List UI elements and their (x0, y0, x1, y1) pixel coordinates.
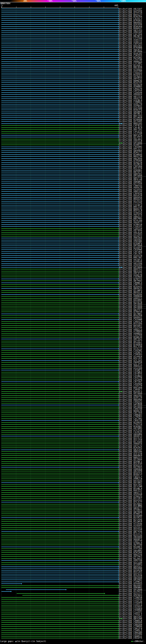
hit-row[interactable]: UniRef100_Q7NYY5 (1, 278, 146, 280)
hit-row[interactable]: UniRef100_A7FIY8 (1, 453, 146, 455)
hit-row[interactable]: UniRef100_B5Y2K7 (1, 497, 146, 500)
hit-row[interactable]: UniRef100_B2K9B7 (1, 426, 146, 428)
hit-row[interactable]: UniRef100_C5XTR9 (1, 334, 146, 336)
hit-row[interactable]: UniRef100_C5Q2W1 (1, 350, 146, 352)
hit-row[interactable]: UniRef100_A8GFB5 (1, 394, 146, 396)
hit-row[interactable]: UniRef100_A3QE78 (1, 274, 146, 276)
hit-row[interactable]: UniRef100_B3LLR1 (1, 358, 146, 360)
hit-row[interactable]: UniRef100_Q8D106 (1, 451, 146, 453)
hit-row[interactable]: UniRef100_A9KZB4 (1, 237, 146, 239)
hit-row[interactable]: UniRef100_Q6D0F5 (1, 538, 146, 540)
hit-row[interactable]: UniRef100_C5BXA3 (1, 72, 146, 74)
hit-row[interactable]: UniRef100_B5QYF5 (1, 472, 146, 474)
hit-row[interactable]: UniRef100_C8W1N9 (1, 632, 146, 634)
hit-row[interactable]: UniRef100_B7UGW9 (1, 515, 146, 517)
hit-row[interactable]: UniRef100_A9A477 (1, 222, 146, 224)
hit-row[interactable]: UniRef100_A7ZX46 (1, 523, 146, 525)
hit-row[interactable]: UniRef100_A7L165 (1, 360, 146, 362)
hit-row[interactable]: UniRef100_A9KLW3 (1, 31, 146, 33)
hit-row[interactable]: UniRef100_Q1CLH9 (1, 562, 146, 564)
hit-row[interactable]: UniRef100_A9L614 (1, 232, 146, 234)
hit-row[interactable]: UniRef100_B5R5Z1 (1, 464, 146, 466)
hit-row[interactable]: UniRef100_Q8Z4P8 (1, 470, 146, 472)
hit-row[interactable]: UniRef100_C4KQF7 (1, 388, 146, 391)
hit-row[interactable]: UniRef100_B5Q268 (1, 315, 146, 317)
hit-row[interactable]: UniRef100_A2PW42 (1, 105, 146, 107)
hit-row[interactable]: UniRef100_A6LQ63 (1, 138, 146, 140)
hit-row[interactable]: UniRef100_C4ZSC7 (1, 18, 146, 20)
hit-row[interactable]: UniRef100_A9DHX4 (1, 94, 146, 96)
hit-row[interactable]: UniRef100_A7FFX5 (1, 430, 146, 432)
hit-row[interactable]: UniRef100_UPI000... (1, 51, 146, 53)
hit-row[interactable]: UniRef100_B7UQD1 (1, 342, 146, 344)
hit-row[interactable]: UniRef100_A4TQM5 (1, 428, 146, 430)
hit-row[interactable]: UniRef100_C2QQK9 (1, 608, 146, 610)
hit-row[interactable]: UniRef100_Q3EP94 (1, 24, 146, 26)
hit-row[interactable]: UniRef100_B4A3B2 (1, 45, 146, 47)
hit-row[interactable]: UniRef100_B2V5N2 (1, 57, 146, 59)
hit-row[interactable]: UniRef100_B5FR56 (1, 462, 146, 464)
hit-row[interactable]: UniRef100_A7B514 (1, 212, 146, 214)
hit-row[interactable]: UniRef100_Q1Y344 (1, 183, 146, 185)
hit-row[interactable]: UniRef100_A1RK44 (1, 260, 146, 262)
hit-row[interactable]: UniRef100_B5L338 (1, 346, 146, 348)
hit-row[interactable]: UniRef100_B1JHS3 (1, 558, 146, 560)
hit-row[interactable]: UniRef100_A1ESQ0 (1, 107, 146, 109)
hit-row[interactable]: UniRef100_A9MXK0 (1, 468, 146, 470)
hit-row[interactable]: UniRef100_B8D8K9 (1, 454, 146, 457)
hit-row[interactable]: UniRef100_Q04LH8 (1, 179, 146, 181)
hit-row[interactable]: UniRef100_Q1ZHY2 (1, 590, 146, 592)
hit-row[interactable]: UniRef100_Q8ZC87 (1, 449, 146, 451)
hit-row[interactable]: UniRef100_B5C5T0 (1, 167, 146, 169)
hit-row[interactable]: UniRef100_B8CPB5 (1, 218, 146, 220)
hit-row[interactable]: UniRef100_B1XUE7 (1, 64, 146, 66)
hit-row[interactable]: UniRef100_C7YE85 (1, 610, 146, 612)
hit-row[interactable]: UniRef100_Q2GGX8 (1, 575, 146, 577)
hit-row[interactable]: UniRef100_C6C7D4 (1, 412, 146, 414)
hit-row[interactable]: UniRef100_Q3LZT1 (1, 364, 146, 366)
hit-row[interactable]: UniRef100_C4TWK3 (1, 371, 146, 373)
hit-row[interactable]: UniRef100_UPI000... (1, 266, 146, 268)
hit-row[interactable]: UniRef100_B0C8X8 (1, 66, 146, 68)
hit-row[interactable]: UniRef100_A7MU18 (1, 224, 146, 226)
hit-row[interactable]: UniRef100_A7MGZ5 (1, 496, 146, 498)
hit-row[interactable]: UniRef100_B7N6C2 (1, 513, 146, 515)
hit-row[interactable]: UniRef100_A3DCI2 (1, 39, 146, 41)
hit-row[interactable]: UniRef100_A2RLT9 (1, 103, 146, 105)
hit-row[interactable]: UniRef100_Q32IG8 (1, 528, 146, 530)
hit-row[interactable]: UniRef100_C8T307 (1, 381, 146, 383)
hit-row[interactable]: UniRef100_A7ZL12 (1, 348, 146, 350)
hit-row[interactable]: UniRef100_B7VL89 (1, 220, 146, 222)
hit-row[interactable]: UniRef100_Q7N8L9 (1, 542, 146, 544)
hit-row[interactable]: UniRef100_C1F9M7 (1, 62, 146, 64)
hit-row[interactable]: UniRef100_C7QZP9 (1, 602, 146, 604)
hit-row[interactable]: UniRef100_Q8XE77 (1, 507, 146, 509)
hit-row[interactable]: UniRef100_C9WDC8 (1, 620, 146, 622)
hit-row[interactable]: UniRef100_Q104F6 (1, 247, 146, 249)
hit-row[interactable]: UniRef100_C1M583 (1, 354, 146, 356)
hit-row[interactable]: UniRef100_Q57NB1 (1, 313, 146, 315)
hit-row[interactable]: UniRef100_C4SNQ3 (1, 375, 146, 377)
hit-row[interactable]: UniRef100_B7NVK9 (1, 344, 146, 346)
hit-row[interactable]: UniRef100_B4EZ21 (1, 490, 146, 492)
hit-row[interactable]: UniRef100_Q98PU1 (1, 317, 146, 319)
hit-row[interactable]: UniRef100_C4LE52 (1, 130, 146, 132)
hit-row[interactable]: UniRef100_C0WKS1 (1, 635, 146, 637)
hit-row[interactable]: UniRef100_C4CJU4 (1, 33, 146, 36)
hit-row[interactable]: UniRef100_B6BVJ6 (1, 410, 146, 412)
hit-row[interactable]: UniRef100_B7KHW0 (1, 47, 146, 49)
hit-row[interactable]: UniRef100_Q66D13 (1, 435, 146, 437)
hit-row[interactable]: UniRef100_UPI000... (1, 305, 146, 307)
hit-row[interactable]: UniRef100_B1Q5E5 (1, 74, 146, 76)
hit-row[interactable]: UniRef100_B3CLK5 (1, 571, 146, 573)
hit-row[interactable]: UniRef100_C9P3R8 (1, 166, 146, 168)
hit-row[interactable]: UniRef100_Q7ABX1 (1, 509, 146, 511)
hit-row[interactable]: UniRef100_A6TCV0 (1, 544, 146, 546)
hit-row[interactable]: UniRef100_Q5PNF1 (1, 460, 146, 462)
hit-row[interactable]: UniRef100_C8WWC3 (1, 282, 146, 284)
hit-row[interactable]: UniRef100_Q2NT70 (1, 396, 146, 398)
hit-row[interactable]: UniRef100_A8A6D0 (1, 536, 146, 538)
hit-row[interactable]: UniRef100_A8GKM3 (1, 550, 146, 552)
hit-row[interactable]: UniRef100_B2K2R6 (1, 552, 146, 554)
hit-row[interactable]: UniRef100_A8H5N2 (1, 239, 146, 241)
